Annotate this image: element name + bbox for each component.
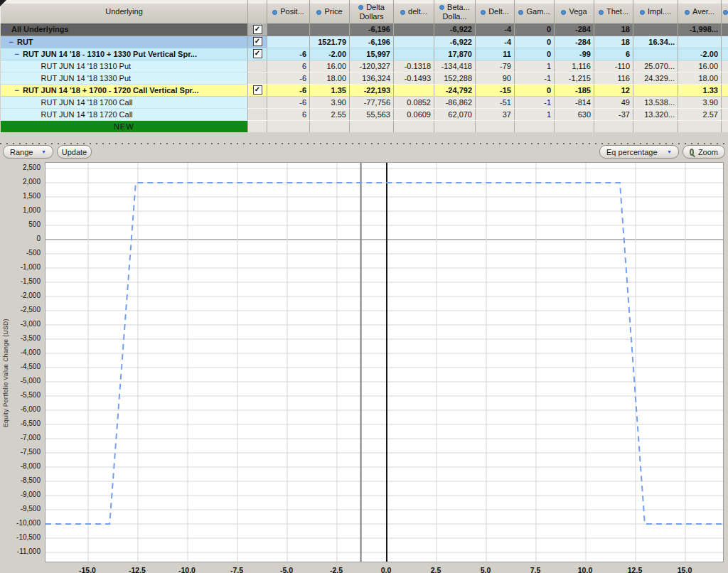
- cell-position: -6: [267, 48, 310, 60]
- cell-gamma: 0: [515, 23, 555, 36]
- table-row-put-1310[interactable]: RUT JUN 14 '18 1310 Put616.00-120,327-0.…: [1, 60, 728, 72]
- collapse-icon[interactable]: −: [15, 50, 19, 58]
- column-header-delta-dollars[interactable]: Delta Dollars: [350, 0, 394, 23]
- collapse-icon[interactable]: −: [15, 86, 19, 95]
- underlying-label: RUT JUN 14 '18 + 1700 - 1720 Call Vertic…: [23, 86, 199, 95]
- y-tick-label: 500: [0, 220, 41, 228]
- column-header-theta[interactable]: Thet...: [594, 0, 633, 23]
- cell-implied-vol: [633, 48, 678, 60]
- y-tick-label: -5,000: [0, 377, 41, 385]
- cell-average: 16.00: [678, 60, 722, 72]
- cell-delta: -4: [476, 23, 515, 36]
- cell-average: [678, 120, 722, 132]
- underlying-cell: RUT JUN 14 '18 1330 Put: [1, 72, 248, 84]
- table-row-call-1720[interactable]: RUT JUN 14 '18 1720 Call62.5555,5630.060…: [1, 108, 728, 120]
- range-dropdown[interactable]: Range ▼: [3, 145, 53, 159]
- cell-gamma: 0: [515, 84, 555, 96]
- column-header-underlying[interactable]: Underlying: [1, 0, 248, 23]
- cell-vega: 630: [555, 108, 594, 120]
- x-tick-label: 5.0: [466, 566, 505, 573]
- y-tick-label: -2,500: [0, 306, 41, 314]
- table-row-put-1330[interactable]: RUT JUN 14 '18 1330 Put-618.00136,324-0.…: [1, 72, 728, 84]
- chevron-down-icon: ▼: [667, 149, 672, 154]
- table-row-put-vertical-spread[interactable]: −RUT JUN 14 '18 - 1310 + 1330 Put Vertic…: [1, 48, 728, 60]
- checkbox-cell: [248, 60, 267, 72]
- cell-delta-dollars: 55,563: [350, 108, 394, 120]
- cell-delta-dollars: -6,196: [350, 36, 394, 48]
- collapse-icon[interactable]: −: [4, 25, 8, 33]
- cell-theta: 18: [594, 23, 633, 36]
- y-tick-label: 1,000: [0, 206, 41, 214]
- column-header-position[interactable]: Posit...: [267, 0, 310, 23]
- column-header-check[interactable]: [248, 0, 267, 23]
- column-header-beta-dollars[interactable]: Beta... Dolla...: [434, 0, 476, 23]
- y-tick-label: 0: [0, 235, 41, 242]
- column-header-gamma[interactable]: Gam...: [515, 0, 555, 23]
- underlying-cell: RUT JUN 14 '18 1720 Call: [1, 108, 248, 120]
- table-row-rut[interactable]: −RUT1521.79-6,196-6,922-40-2841816.34...: [1, 36, 728, 48]
- x-axis-mode-dropdown[interactable]: Eq percentage ▼: [599, 145, 679, 159]
- cell-gamma: -1: [515, 96, 555, 108]
- magnifier-icon: [690, 149, 694, 156]
- underlying-label: RUT: [17, 38, 33, 46]
- column-header-overflow[interactable]: [722, 0, 728, 23]
- column-header-delta-small[interactable]: delt...: [394, 0, 434, 23]
- table-row-call-1700[interactable]: RUT JUN 14 '18 1700 Call-63.90-77,7560.0…: [1, 96, 728, 108]
- include-checkbox[interactable]: [253, 37, 262, 46]
- cell-overflow: [722, 84, 728, 96]
- underlying-cell: −All Underlyings: [1, 23, 248, 36]
- column-header-vega[interactable]: Vega: [555, 0, 594, 23]
- sort-dot-icon: [316, 10, 321, 15]
- cell-price: 2.55: [310, 108, 350, 120]
- update-button[interactable]: Update: [57, 145, 92, 159]
- checkbox-cell: [248, 84, 267, 96]
- include-checkbox[interactable]: [253, 25, 262, 34]
- cell-delta: 11: [476, 48, 515, 60]
- cell-delta-dollars: -6,196: [350, 23, 394, 36]
- cell-overflow: [722, 23, 728, 36]
- underlying-label: RUT JUN 14 '18 1720 Call: [41, 110, 133, 119]
- table-row-all-underlyings[interactable]: −All Underlyings-6,196-6,922-40-28418-1,…: [1, 23, 728, 36]
- cell-theta: 18: [594, 36, 633, 48]
- underlying-label: RUT JUN 14 '18 1700 Call: [41, 98, 133, 107]
- cell-delta: -4: [476, 36, 515, 48]
- chart-canvas[interactable]: [46, 163, 723, 562]
- cell-price: 3.90: [310, 96, 350, 108]
- zoom-button[interactable]: Zoom: [682, 145, 725, 159]
- table-header-row: UnderlyingPosit...PriceDelta Dollarsdelt…: [1, 0, 728, 23]
- column-header-average[interactable]: Aver...: [678, 0, 722, 23]
- y-tick-label: -7,500: [0, 448, 41, 456]
- include-checkbox[interactable]: [253, 85, 262, 95]
- table-row-new-row[interactable]: NEW: [1, 120, 728, 132]
- cell-average: -2.00: [678, 48, 722, 60]
- column-header-price[interactable]: Price: [310, 0, 350, 23]
- cell-vega: -1,215: [555, 72, 594, 84]
- cell-overflow: [722, 48, 728, 60]
- checkbox-cell: [248, 48, 267, 60]
- cell-delta-small: [394, 120, 434, 132]
- sort-dot-icon: [481, 10, 486, 15]
- risk-chart: Equity Portfolio Value Change (USD) 2,50…: [0, 159, 728, 573]
- cell-theta: 12: [594, 84, 633, 96]
- checkbox-cell: [248, 108, 267, 120]
- collapse-icon[interactable]: −: [9, 38, 14, 46]
- cell-delta-dollars: -77,756: [350, 96, 394, 108]
- cell-price: 16.00: [310, 60, 350, 72]
- table-row-call-vertical-spread[interactable]: −RUT JUN 14 '18 + 1700 - 1720 Call Verti…: [1, 84, 728, 96]
- include-checkbox[interactable]: [253, 49, 262, 58]
- x-tick-label: 0.0: [367, 566, 405, 573]
- column-header-delta[interactable]: Delt...: [476, 0, 515, 23]
- zoom-button-label: Zoom: [698, 148, 718, 156]
- cell-beta-dollars: -6,922: [434, 36, 476, 48]
- column-header-implied-vol[interactable]: Impl....: [633, 0, 678, 23]
- cell-delta: 90: [476, 72, 515, 84]
- plot-area[interactable]: [45, 162, 724, 562]
- panel-divider[interactable]: [0, 143, 728, 144]
- cell-average: -1,998...: [678, 23, 722, 36]
- cell-implied-vol: [633, 84, 678, 96]
- cell-implied-vol: 13.538...: [633, 96, 678, 108]
- y-tick-label: -10,500: [0, 533, 41, 541]
- x-tick-label: -2.5: [317, 566, 355, 573]
- cell-position: 6: [267, 60, 310, 72]
- cell-delta-small: [394, 23, 434, 36]
